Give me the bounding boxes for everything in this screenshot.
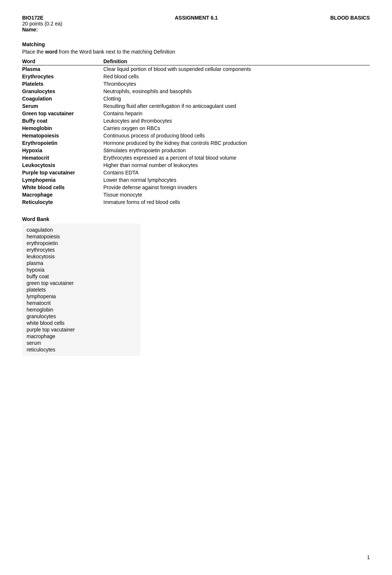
topic-title: BLOOD BASICS: [330, 15, 370, 21]
list-item: lymphopenia: [27, 293, 136, 300]
word-cell: White blood cells: [22, 184, 103, 191]
col-definition-header: Definition: [103, 58, 370, 65]
list-item: purple top vacutainer: [27, 326, 136, 333]
word-cell: Erythropoietin: [22, 139, 103, 147]
definition-cell: Red blood cells: [103, 73, 370, 80]
list-item: hematopoiesis: [27, 233, 136, 240]
definition-cell: Resulting fluid after centrifugation if …: [103, 102, 370, 110]
table-row: Green top vacutainerContains heparin: [22, 110, 370, 117]
table-row: White blood cellsProvide defense against…: [22, 184, 370, 191]
list-item: macrophage: [27, 333, 136, 340]
instruction-prefix: Place the: [22, 49, 45, 55]
assignment-title: ASSIGNMENT 6.1: [175, 15, 218, 21]
definition-cell: Neutrophils, eosinophils and basophils: [103, 88, 370, 95]
word-bank-title: Word Bank: [22, 216, 370, 222]
table-row: HypoxiaStimulates erythropoietin product…: [22, 147, 370, 154]
word-cell: Hematopoiesis: [22, 132, 103, 139]
list-item: leukocytosis: [27, 253, 136, 260]
table-row: ErythrocytesRed blood cells: [22, 73, 370, 80]
definition-cell: Carries oxygen on RBCs: [103, 125, 370, 132]
word-cell: Platelets: [22, 80, 103, 88]
word-cell: Hemoglobin: [22, 125, 103, 132]
list-item: white blood cells: [27, 320, 136, 326]
list-item: hematocrit: [27, 300, 136, 306]
table-row: PlateletsThrombocytes: [22, 80, 370, 88]
instruction-suffix: from the Word bank next to the matching …: [58, 49, 175, 55]
list-item: hypoxia: [27, 266, 136, 273]
table-row: GranulocytesNeutrophils, eosinophils and…: [22, 88, 370, 95]
word-cell: Coagulation: [22, 95, 103, 102]
word-cell: Erythrocytes: [22, 73, 103, 80]
definition-cell: Hormone produced by the kidney that cont…: [103, 139, 370, 147]
table-row: SerumResulting fluid after centrifugatio…: [22, 102, 370, 110]
table-row: PlasmaClear liquid portion of blood with…: [22, 65, 370, 73]
definition-cell: Contains EDTA: [103, 169, 370, 176]
list-item: platelets: [27, 286, 136, 293]
definition-cell: Immature forms of red blood cells: [103, 198, 370, 206]
definition-cell: Higher than normal number of leukocytes: [103, 161, 370, 169]
word-cell: Serum: [22, 102, 103, 110]
page-header: BIO172E 20 points (0.2 ea) Name: ASSIGNM…: [22, 15, 370, 33]
word-cell: Green top vacutainer: [22, 110, 103, 117]
table-row: HematocritErythrocytes expressed as a pe…: [22, 154, 370, 161]
definition-cell: Provide defense against foreign invaders: [103, 184, 370, 191]
header-left: BIO172E 20 points (0.2 ea) Name:: [22, 15, 62, 33]
definition-cell: Thrombocytes: [103, 80, 370, 88]
list-item: serum: [27, 340, 136, 346]
definition-cell: Leukocytes and thrombocytes: [103, 117, 370, 125]
definition-cell: Clotting: [103, 95, 370, 102]
list-item: hemoglobin: [27, 306, 136, 313]
definition-cell: Clear liquid portion of blood with suspe…: [103, 65, 370, 73]
matching-table: Word Definition PlasmaClear liquid porti…: [22, 58, 370, 206]
word-cell: Plasma: [22, 65, 103, 73]
word-cell: Lymphopenia: [22, 176, 103, 184]
word-cell: Hematocrit: [22, 154, 103, 161]
list-item: buffy coat: [27, 273, 136, 280]
list-item: erythropoietin: [27, 240, 136, 246]
points-info: 20 points (0.2 ea): [22, 21, 62, 27]
table-header-row: Word Definition: [22, 58, 370, 65]
definition-cell: Tissue monocyte: [103, 191, 370, 198]
word-cell: Macrophage: [22, 191, 103, 198]
word-bank-section: Word Bank coagulationhematopoiesiserythr…: [22, 216, 370, 356]
table-row: LeukocytosisHigher than normal number of…: [22, 161, 370, 169]
matching-instruction: Place the word from the Word bank next t…: [22, 49, 370, 55]
course-code: BIO172E: [22, 15, 62, 21]
name-label: Name:: [22, 27, 62, 33]
word-cell: Reticulocyte: [22, 198, 103, 206]
list-item: reticulocytes: [27, 346, 136, 353]
table-row: ReticulocyteImmature forms of red blood …: [22, 198, 370, 206]
word-cell: Buffy coat: [22, 117, 103, 125]
list-item: green top vacutainer: [27, 280, 136, 286]
table-row: Buffy coatLeukocytes and thrombocytes: [22, 117, 370, 125]
table-row: ErythropoietinHormone produced by the ki…: [22, 139, 370, 147]
list-item: erythrocytes: [27, 246, 136, 253]
word-cell: Leukocytosis: [22, 161, 103, 169]
word-cell: Granulocytes: [22, 88, 103, 95]
definition-cell: Contains heparin: [103, 110, 370, 117]
table-row: LymphopeniaLower than normal lymphocytes: [22, 176, 370, 184]
instruction-bold: word: [45, 49, 57, 55]
list-item: granulocytes: [27, 313, 136, 320]
definition-cell: Erythrocytes expressed as a percent of t…: [103, 154, 370, 161]
word-cell: Purple top vacutainer: [22, 169, 103, 176]
list-item: coagulation: [27, 227, 136, 233]
matching-title: Matching: [22, 41, 370, 47]
definition-cell: Lower than normal lymphocytes: [103, 176, 370, 184]
word-cell: Hypoxia: [22, 147, 103, 154]
table-row: HematopoiesisContinuous process of produ…: [22, 132, 370, 139]
table-row: HemoglobinCarries oxygen on RBCs: [22, 125, 370, 132]
col-word-header: Word: [22, 58, 103, 65]
definition-cell: Stimulates erythropoietin production: [103, 147, 370, 154]
table-row: Purple top vacutainerContains EDTA: [22, 169, 370, 176]
word-bank-list: coagulationhematopoiesiserythropoietiner…: [22, 224, 140, 356]
list-item: plasma: [27, 260, 136, 266]
table-row: CoagulationClotting: [22, 95, 370, 102]
definition-cell: Continuous process of producing blood ce…: [103, 132, 370, 139]
table-row: MacrophageTissue monocyte: [22, 191, 370, 198]
